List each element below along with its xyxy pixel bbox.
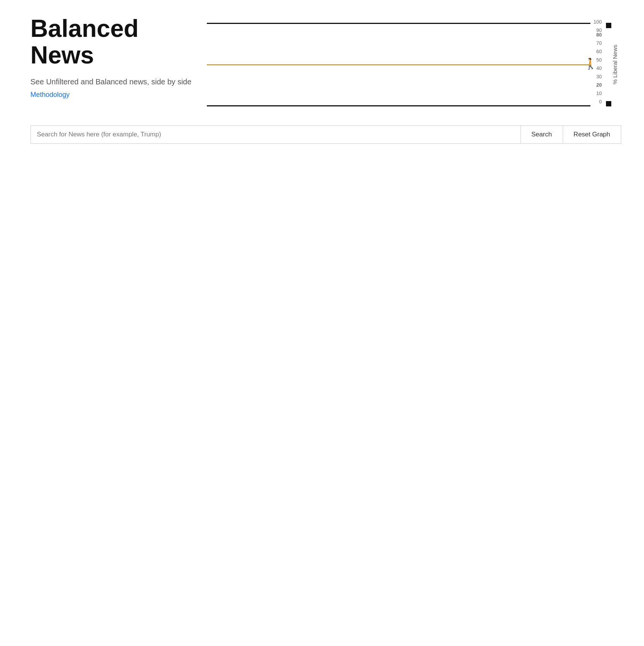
- title-line1: Balanced: [30, 15, 139, 42]
- y-label-40: 40: [596, 65, 602, 71]
- chart-line-top: [207, 23, 590, 24]
- subtitle-text: See Unfiltered and Balanced news, side b…: [30, 76, 192, 87]
- y-label-80: 80: [596, 32, 602, 38]
- chart-lines-area: 🚶: [207, 15, 590, 114]
- y-label-30: 30: [596, 74, 602, 79]
- title-line2: News: [30, 41, 94, 69]
- y-label-100: 100: [593, 19, 602, 25]
- y-label-20: 20: [596, 82, 602, 88]
- chart-container: 🚶 100 90 80 70: [207, 15, 621, 114]
- title-area: Balanced News See Unfiltered and Balance…: [30, 15, 192, 99]
- chart-line-bottom: [207, 105, 590, 106]
- app-title: Balanced News: [30, 15, 192, 69]
- methodology-link[interactable]: Methodology: [30, 91, 70, 98]
- search-button[interactable]: Search: [520, 125, 563, 144]
- search-bar-section: Search Reset Graph: [30, 125, 621, 144]
- y-label-70: 70: [596, 40, 602, 46]
- y-label-50: 50: [596, 57, 602, 63]
- search-input[interactable]: [30, 125, 520, 144]
- chart-line-orange: 🚶: [207, 64, 590, 65]
- y-axis-title: % Liberal News: [609, 23, 621, 106]
- y-label-60: 60: [596, 49, 602, 54]
- y-label-10: 10: [596, 90, 602, 96]
- reset-graph-button[interactable]: Reset Graph: [563, 125, 621, 144]
- y-label-0: 0: [599, 99, 602, 104]
